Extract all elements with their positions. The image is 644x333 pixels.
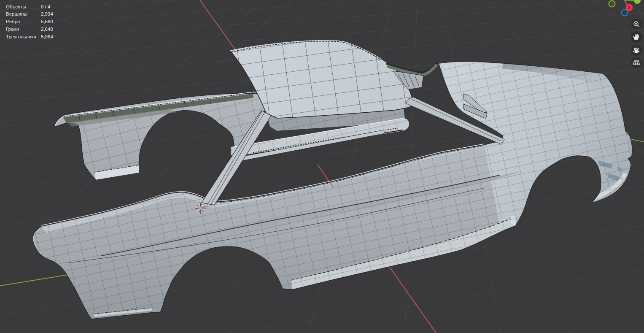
svg-text:Треугольники: Треугольники xyxy=(6,34,36,39)
svg-text:5,064: 5,064 xyxy=(41,34,53,39)
svg-text:2,640: 2,640 xyxy=(41,27,53,32)
svg-text:2,934: 2,934 xyxy=(41,11,53,16)
svg-text:5,580: 5,580 xyxy=(41,19,53,24)
svg-text:0 / 4: 0 / 4 xyxy=(41,4,51,9)
svg-text:Вершины: Вершины xyxy=(6,11,27,16)
svg-text:Рёбра: Рёбра xyxy=(6,19,20,24)
svg-text:Грани: Грани xyxy=(6,27,19,32)
svg-text:Объекты: Объекты xyxy=(6,4,26,9)
svg-text:X: X xyxy=(628,5,631,10)
